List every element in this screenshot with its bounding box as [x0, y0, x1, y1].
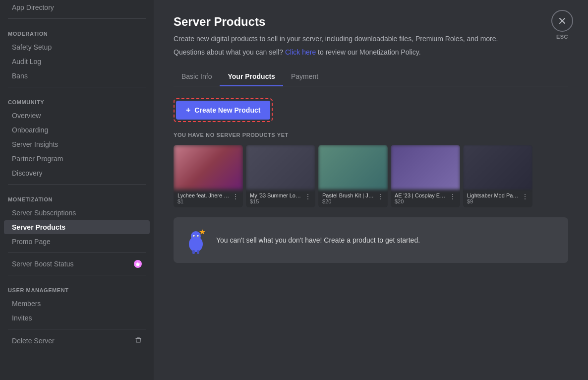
- product-card-menu-4[interactable]: ⋮: [447, 192, 456, 200]
- sidebar-item-members[interactable]: Members: [4, 297, 150, 311]
- sidebar-item-label: Server Products: [12, 223, 65, 231]
- product-card-menu-5[interactable]: ⋮: [520, 192, 529, 200]
- product-card-name-5: Lightsaber Mod Pack | H...: [467, 192, 520, 198]
- product-card-info-3: Pastel Brush Kit | Jellydossart $20 ⋮: [318, 190, 388, 207]
- sidebar-divider-monetization: [8, 184, 146, 185]
- helper-message-text: You can't sell what you don't have! Crea…: [216, 236, 558, 244]
- product-card-info-2: My '33 Summer Lookbook $15 ⋮: [246, 190, 315, 207]
- product-card-2: My '33 Summer Lookbook $15 ⋮: [246, 145, 315, 207]
- product-cards-row: Lychee feat. Jhere Geico $1 ⋮ My '33 Sum…: [174, 145, 568, 207]
- sidebar-item-app-directory[interactable]: App Directory: [4, 0, 150, 14]
- svg-marker-11: [199, 229, 205, 235]
- svg-point-9: [194, 236, 195, 237]
- trash-icon: [135, 336, 142, 345]
- tabs: Basic Info Your Products Payment: [174, 67, 568, 86]
- sidebar-item-label: Discovery: [12, 169, 42, 177]
- tab-basic-info[interactable]: Basic Info: [174, 67, 220, 86]
- product-card-4: AE '23 | Cosplay Early Looks $20 ⋮: [391, 145, 460, 207]
- sidebar-item-label: Safety Setup: [12, 43, 52, 51]
- sidebar-item-label: Audit Log: [12, 58, 41, 65]
- product-card-1: Lychee feat. Jhere Geico $1 ⋮: [174, 145, 243, 207]
- sidebar-item-server-boost-status[interactable]: Server Boost Status: [4, 257, 150, 271]
- svg-rect-12: [192, 250, 195, 254]
- sidebar-item-delete-server[interactable]: Delete Server: [4, 333, 150, 348]
- sidebar-divider: [8, 18, 146, 19]
- main-content: ESC Server Products Create new digital p…: [154, 0, 588, 380]
- sidebar-item-label: Promo Page: [12, 238, 51, 246]
- sidebar-item-overview[interactable]: Overview: [4, 109, 150, 123]
- sidebar-item-label: Overview: [12, 112, 41, 120]
- sidebar-section-monetization: MONETIZATION: [0, 189, 154, 205]
- product-card-text-2: My '33 Summer Lookbook $15: [250, 192, 302, 204]
- product-card-price-5: $9: [467, 198, 520, 204]
- sidebar-item-bans[interactable]: Bans: [4, 69, 150, 83]
- create-button-label: Create New Product: [194, 106, 260, 114]
- sidebar-item-onboarding[interactable]: Onboarding: [4, 123, 150, 137]
- sidebar-item-label: Onboarding: [12, 126, 48, 134]
- sidebar-divider-delete: [8, 329, 146, 329]
- product-card-info-5: Lightsaber Mod Pack | H... $9 ⋮: [463, 190, 532, 207]
- page-title: Server Products: [174, 15, 568, 29]
- product-card-name-1: Lychee feat. Jhere Geico: [177, 192, 230, 198]
- sidebar-divider-boost: [8, 253, 146, 253]
- product-card-5: Lightsaber Mod Pack | H... $9 ⋮: [463, 145, 532, 207]
- click-here-link[interactable]: Click here: [285, 48, 316, 56]
- sidebar-item-label: Members: [12, 300, 41, 308]
- product-card-info-1: Lychee feat. Jhere Geico $1 ⋮: [174, 190, 243, 207]
- product-card-image-1: [174, 145, 243, 190]
- product-card-menu-2[interactable]: ⋮: [302, 192, 311, 200]
- sidebar-item-server-products[interactable]: Server Products: [4, 220, 150, 234]
- close-icon[interactable]: [551, 10, 573, 32]
- sidebar-divider-user-mgmt: [8, 275, 146, 275]
- sidebar-section-community: COMMUNITY: [0, 91, 154, 108]
- sidebar-item-label: Invites: [12, 314, 32, 322]
- svg-point-6: [191, 231, 201, 241]
- sidebar-section-user-management: USER MANAGEMENT: [0, 279, 154, 296]
- sidebar-item-audit-log[interactable]: Audit Log: [4, 55, 150, 68]
- svg-marker-0: [135, 262, 140, 266]
- tab-payment[interactable]: Payment: [283, 67, 326, 86]
- boost-badge-icon: [134, 260, 142, 268]
- sidebar: App Directory MODERATION Safety Setup Au…: [0, 0, 154, 380]
- esc-label: ESC: [556, 34, 568, 40]
- description-text3: to review our Monetization Policy.: [318, 48, 421, 56]
- page-description-line1: Create new digital products to sell in y…: [174, 34, 568, 44]
- sidebar-divider-community: [8, 87, 146, 87]
- svg-rect-2: [137, 337, 140, 338]
- no-products-label: YOU HAVE NO SERVER PRODUCTS YET: [174, 132, 568, 138]
- sidebar-item-label: Partner Program: [12, 155, 63, 163]
- product-card-image-2: [246, 145, 315, 190]
- svg-point-10: [198, 236, 199, 237]
- tab-your-products[interactable]: Your Products: [220, 67, 283, 86]
- product-card-menu-1[interactable]: ⋮: [230, 192, 239, 200]
- helper-message: You can't sell what you don't have! Crea…: [174, 217, 568, 263]
- product-card-name-2: My '33 Summer Lookbook: [250, 192, 302, 198]
- description-text1: Create new digital products to sell in y…: [174, 35, 498, 43]
- sidebar-item-label: Server Boost Status: [12, 260, 74, 268]
- sidebar-item-server-insights[interactable]: Server Insights: [4, 137, 150, 151]
- create-new-product-button[interactable]: + Create New Product: [176, 101, 270, 120]
- sidebar-item-server-subscriptions[interactable]: Server Subscriptions: [4, 206, 150, 220]
- sidebar-item-label: Server Subscriptions: [12, 209, 76, 217]
- x-icon: [558, 16, 567, 25]
- sidebar-item-label: Server Insights: [12, 140, 58, 148]
- sidebar-section-moderation: MODERATION: [0, 23, 154, 40]
- description-text2: Questions about what you can sell?: [174, 48, 283, 56]
- sidebar-item-safety-setup[interactable]: Safety Setup: [4, 40, 150, 54]
- boost-icon: [135, 261, 140, 266]
- sidebar-item-label: Delete Server: [12, 337, 55, 345]
- product-card-3: Pastel Brush Kit | Jellydossart $20 ⋮: [318, 145, 388, 207]
- sidebar-item-invites[interactable]: Invites: [4, 311, 150, 325]
- product-card-image-4: [391, 145, 460, 190]
- esc-button[interactable]: ESC: [551, 10, 573, 40]
- product-card-text-4: AE '23 | Cosplay Early Looks $20: [395, 192, 447, 204]
- product-card-price-1: $1: [177, 198, 230, 204]
- sidebar-item-promo-page[interactable]: Promo Page: [4, 235, 150, 249]
- sidebar-item-partner-program[interactable]: Partner Program: [4, 152, 150, 166]
- sidebar-item-discovery[interactable]: Discovery: [4, 166, 150, 180]
- product-card-text-5: Lightsaber Mod Pack | H... $9: [467, 192, 520, 204]
- product-card-price-3: $20: [322, 198, 375, 204]
- product-card-menu-3[interactable]: ⋮: [375, 192, 384, 200]
- plus-icon: +: [186, 106, 190, 115]
- trash-svg: [135, 336, 142, 343]
